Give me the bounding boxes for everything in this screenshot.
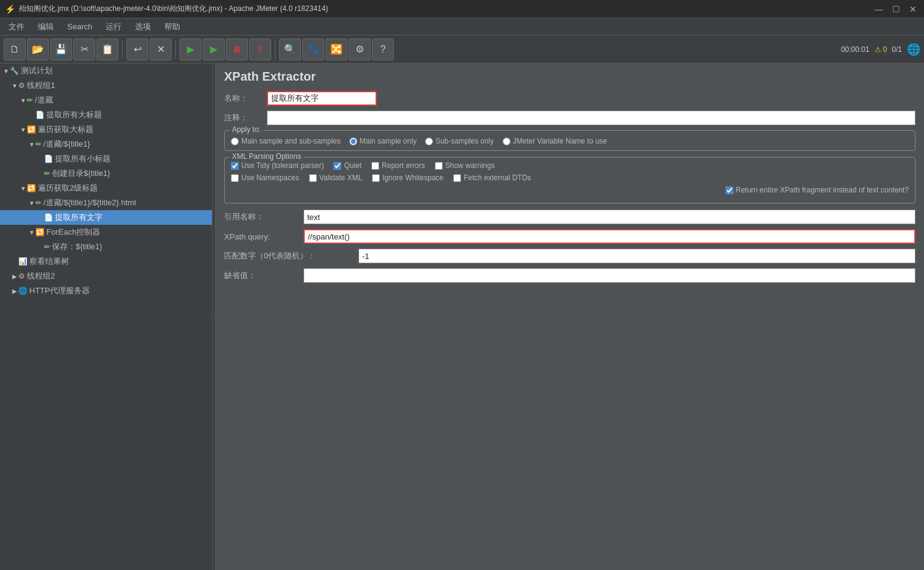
sidebar-item-extract-big-titles[interactable]: 📄 提取所有大标题 — [0, 108, 212, 122]
cb-report-errors-input[interactable] — [371, 162, 379, 170]
menu-search[interactable]: Search — [61, 20, 98, 33]
minimize-button[interactable]: — — [873, 3, 885, 15]
menu-options[interactable]: 选项 — [129, 20, 157, 34]
name-input[interactable] — [267, 91, 377, 106]
extract-text-icon: 📄 — [44, 213, 53, 222]
sidebar-item-create-dir[interactable]: ✏ 创建目录${title1} — [0, 166, 212, 181]
arrow-daozang-title1: ▼ — [28, 141, 35, 148]
sidebar-item-foreach-ctrl[interactable]: ▼ 🔁 ForEach控制器 — [0, 225, 212, 239]
search-button[interactable]: 🔍 — [279, 38, 301, 60]
sidebar-item-extract-small[interactable]: 📄 提取所有小标题 — [0, 152, 212, 166]
sidebar-item-test-plan[interactable]: ▼ 🔧 测试计划 — [0, 64, 212, 78]
sidebar-item-http-proxy[interactable]: ▶ 🌐 HTTP代理服务器 — [0, 283, 212, 298]
stop-button[interactable]: ⏹ — [226, 38, 248, 60]
return-row: Return entire XPath fragment instead of … — [231, 186, 909, 194]
comment-input[interactable] — [267, 111, 915, 125]
sidebar-item-foreach-sub[interactable]: ▼ 🔁 遍历获取2级标题 — [0, 181, 212, 195]
create-dir-icon: ✏ — [44, 169, 50, 178]
radio-variable-input[interactable] — [503, 137, 511, 145]
menu-help[interactable]: 帮助 — [158, 20, 186, 34]
start-button[interactable]: ▶ — [180, 38, 202, 60]
comment-row: 注释： — [224, 111, 915, 125]
daozang-icon: ✏ — [27, 96, 33, 104]
sidebar-item-save-title1[interactable]: ✏ 保存：${title1} — [0, 239, 212, 254]
cb-quiet[interactable]: Quiet — [333, 161, 362, 170]
close-button[interactable]: ✕ — [907, 3, 919, 15]
radio-main-only[interactable]: Main sample only — [349, 137, 417, 145]
menu-run[interactable]: 运行 — [100, 20, 128, 34]
cb-report-errors[interactable]: Report errors — [371, 161, 425, 170]
default-input[interactable] — [304, 268, 915, 283]
cb-namespaces-label: Use Namespaces — [241, 174, 299, 182]
cb-ignore-whitespace[interactable]: Ignore Whitespace — [372, 174, 443, 182]
help-toolbar-button[interactable]: ? — [372, 38, 394, 60]
ref-name-input[interactable] — [304, 210, 915, 224]
copy-button[interactable]: 📋 — [96, 38, 118, 60]
cb-use-tidy-input[interactable] — [231, 162, 239, 170]
radio-sub-only[interactable]: Sub-samples only — [425, 137, 493, 145]
sidebar-item-extract-text[interactable]: 📄 提取所有文字 — [0, 210, 212, 225]
sidebar-item-foreach-big[interactable]: ▼ 🔁 遍历获取大标题 — [0, 122, 212, 137]
sidebar-item-daozang-title1[interactable]: ▼ ✏ /道藏/${title1} — [0, 137, 212, 152]
cb-validate-xml-input[interactable] — [309, 174, 317, 182]
titlebar-title: 殆知阁优化.jmx (D:\soft\apache-jmeter-4.0\bin… — [19, 4, 328, 14]
cb-show-warnings-input[interactable] — [435, 162, 443, 170]
remote-button[interactable]: 🔀 — [326, 38, 347, 60]
xpath-input[interactable] — [304, 229, 915, 244]
radio-main-sub-label: Main sample and sub-samples — [241, 137, 341, 145]
toolbar: 🗋 📂 💾 ✂ 📋 ↩ ✕ ▶ ▶ ⏹ ⏸ 🔍 🐾 🔀 ⚙ ? 00:00:01… — [0, 35, 924, 64]
debug-button[interactable]: 🐾 — [302, 38, 324, 60]
delete-button[interactable]: ✕ — [150, 38, 172, 60]
cb-namespaces-input[interactable] — [231, 174, 239, 182]
checkbox-row-1: Use Tidy (tolerant parser) Quiet Report … — [231, 161, 909, 170]
cb-validate-xml[interactable]: Validate XML — [309, 174, 362, 182]
sidebar-item-daozang[interactable]: ▼ ✏ /道藏 — [0, 93, 212, 108]
radio-variable[interactable]: JMeter Variable Name to use — [503, 137, 608, 145]
ref-name-label: 引用名称： — [224, 211, 304, 222]
cb-fetch-dtds-input[interactable] — [453, 174, 461, 182]
arrow-thread-group-1: ▼ — [11, 82, 18, 89]
cb-return-xpath[interactable]: Return entire XPath fragment instead of … — [726, 186, 909, 194]
cut-button[interactable]: ✂ — [73, 38, 95, 60]
template-button[interactable]: ⚙ — [349, 38, 371, 60]
new-button[interactable]: 🗋 — [4, 38, 26, 60]
cb-show-warnings-label: Show warnings — [445, 161, 495, 170]
sidebar-item-results-tree[interactable]: 📊 察看结果树 — [0, 254, 212, 269]
cb-quiet-input[interactable] — [333, 162, 341, 170]
sidebar-item-daozang-title2[interactable]: ▼ ✏ /道藏/${title1}/${title2}.html — [0, 195, 212, 210]
radio-main-sub-input[interactable] — [231, 137, 239, 145]
open-button[interactable]: 📂 — [27, 38, 49, 60]
cb-show-warnings[interactable]: Show warnings — [435, 161, 495, 170]
test-plan-icon: 🔧 — [10, 67, 19, 75]
cb-use-tidy[interactable]: Use Tidy (tolerant parser) — [231, 161, 324, 170]
menu-edit[interactable]: 编辑 — [32, 20, 60, 34]
radio-sub-only-label: Sub-samples only — [435, 137, 493, 145]
cb-namespaces[interactable]: Use Namespaces — [231, 174, 299, 182]
radio-main-only-input[interactable] — [349, 137, 357, 145]
radio-main-sub[interactable]: Main sample and sub-samples — [231, 137, 341, 145]
daozang-title2-label: /道藏/${title1}/${title2}.html — [43, 197, 136, 208]
arrow-test-plan: ▼ — [2, 68, 10, 75]
http-proxy-label: HTTP代理服务器 — [29, 285, 90, 296]
apply-to-group: Apply to: Main sample and sub-samples Ma… — [224, 130, 915, 151]
radio-main-only-label: Main sample only — [360, 137, 417, 145]
menu-file[interactable]: 文件 — [2, 20, 31, 34]
sidebar-item-thread-group-2[interactable]: ▶ ⚙ 线程组2 — [0, 269, 212, 283]
start-nopause-button[interactable]: ▶ — [203, 38, 225, 60]
save-button[interactable]: 💾 — [50, 38, 72, 60]
cb-ignore-whitespace-input[interactable] — [372, 174, 380, 182]
undo-button[interactable]: ↩ — [126, 38, 148, 60]
extract-small-icon: 📄 — [44, 155, 53, 163]
match-input[interactable] — [358, 249, 915, 263]
toolbar-right: 00:00:01 ⚠ 0 0/1 🌐 — [841, 43, 920, 56]
results-tree-icon: 📊 — [18, 257, 27, 266]
sidebar-item-thread-group-1[interactable]: ▼ ⚙ 线程组1 — [0, 78, 212, 93]
save-title1-icon: ✏ — [44, 243, 50, 251]
shutdown-button[interactable]: ⏸ — [249, 38, 271, 60]
radio-sub-only-input[interactable] — [425, 137, 433, 145]
maximize-button[interactable]: ☐ — [890, 3, 902, 15]
cb-return-xpath-input[interactable] — [726, 186, 733, 194]
cb-fetch-dtds[interactable]: Fetch external DTDs — [453, 174, 531, 182]
cb-ignore-whitespace-label: Ignore Whitespace — [382, 174, 443, 182]
ref-name-row: 引用名称： — [224, 210, 915, 224]
